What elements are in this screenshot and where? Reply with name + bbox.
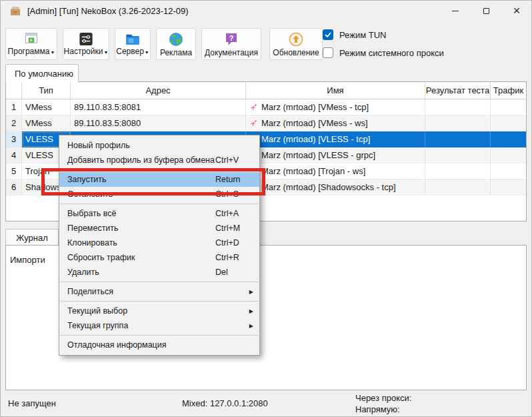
header-traffic[interactable]: Трафик	[491, 82, 526, 99]
header-test-result[interactable]: Результат теста	[425, 82, 491, 99]
mode-checkboxes: Режим TUN Режим системного прокси	[323, 29, 444, 65]
log-text: Импорти	[10, 255, 45, 265]
cell-traffic	[491, 99, 526, 115]
menu-item[interactable]: КлонироватьCtrl+D	[59, 236, 259, 250]
menu-item-label: Переместить	[67, 224, 215, 233]
ads-button-label: Реклама	[160, 49, 192, 57]
menu-item-label: Отладочная информация	[67, 340, 215, 350]
rocket-icon	[249, 103, 258, 111]
rocket-icon	[249, 119, 258, 127]
documentation-button[interactable]: ? Документация	[201, 28, 261, 60]
update-button-label: Обновление	[273, 49, 319, 57]
ads-button[interactable]: Реклама	[156, 28, 196, 60]
status-traffic-labels: Через прокси: Напрямую:	[355, 392, 411, 415]
table-row[interactable]: 1VMess89.110.83.5:8081Marz (mrtoad) [VMe…	[6, 99, 526, 115]
cell-address: 89.110.83.5:8080	[71, 115, 246, 131]
header-corner	[6, 82, 22, 99]
cell-test-result	[425, 147, 491, 163]
system-proxy-checkbox[interactable]: Режим системного прокси	[323, 47, 444, 58]
submenu-arrow-icon: ▶	[249, 289, 253, 295]
menu-item[interactable]: Поделиться▶	[59, 284, 259, 299]
row-number: 3	[6, 131, 22, 147]
cell-test-result	[425, 179, 491, 195]
minimize-button[interactable]	[440, 0, 471, 21]
header-type[interactable]: Тип	[22, 82, 71, 99]
tab-log-label: Журнал	[16, 233, 47, 243]
table-row[interactable]: 2VMess89.110.83.5:8080Marz (mrtoad) [VMe…	[6, 115, 526, 131]
cell-traffic	[491, 115, 526, 131]
submenu-arrow-icon: ▶	[249, 323, 253, 329]
row-number: 4	[6, 147, 22, 163]
server-button-label: Сервер▼	[116, 47, 149, 57]
menu-item[interactable]: Новый профиль	[59, 138, 259, 153]
menu-item[interactable]: ПереместитьCtrl+M	[59, 221, 259, 236]
menu-item[interactable]: Выбрать всёCtrl+A	[59, 206, 259, 221]
system-proxy-label: Режим системного прокси	[339, 48, 444, 58]
row-number: 1	[6, 99, 22, 115]
menu-item-label: Выбрать всё	[67, 209, 215, 218]
row-number: 6	[6, 179, 22, 195]
cell-traffic	[491, 131, 526, 147]
title-bar: [Admin] [Tun] NekoBox (3.26-2023-12-09) …	[0, 0, 532, 21]
menu-item-label: Поделиться	[67, 287, 215, 296]
window-title: [Admin] [Tun] NekoBox (3.26-2023-12-09)	[27, 6, 189, 16]
menu-item-label: Новый профиль	[67, 141, 215, 150]
server-button[interactable]: Сервер▼	[115, 28, 151, 60]
documentation-button-label: Документация	[205, 49, 258, 57]
menu-item[interactable]: Добавить профиль из буфера обменаCtrl+V	[59, 153, 259, 167]
menu-separator	[60, 282, 259, 282]
settings-icon	[77, 31, 95, 47]
tab-log[interactable]: Журнал	[5, 229, 59, 246]
header-address[interactable]: Адрес	[71, 82, 246, 99]
program-icon	[23, 31, 40, 47]
cell-name: Marz (mrtoad) [VMess - ws]	[246, 115, 425, 131]
dropdown-caret-icon: ▼	[103, 50, 108, 55]
checkbox-unchecked-icon	[323, 47, 333, 58]
server-icon	[124, 31, 141, 47]
maximize-icon	[483, 8, 489, 14]
docs-icon: ?	[223, 31, 240, 48]
menu-item[interactable]: Текущий выбор▶	[59, 304, 259, 318]
minimize-icon	[452, 11, 459, 11]
update-icon	[287, 31, 305, 48]
close-icon: ×	[513, 5, 521, 17]
tab-default-group[interactable]: По умолчанию	[5, 64, 79, 82]
cell-name: Marz (mrtoad) [Trojan - ws]	[246, 163, 425, 179]
update-button[interactable]: Обновление	[269, 28, 323, 60]
cell-address: 89.110.83.5:8081	[71, 99, 246, 115]
menu-separator	[60, 301, 259, 302]
program-button-label: Программа▼	[8, 47, 55, 57]
header-name[interactable]: Имя	[246, 82, 425, 99]
toolbar: Программа▼ Настройки▼ Сервер▼	[5, 28, 328, 60]
menu-item-label: Текущий выбор	[67, 306, 215, 316]
menu-item-label: Удалить	[67, 268, 215, 277]
status-mixed-address: Mixed: 127.0.0.1:2080	[182, 398, 268, 408]
cell-test-result	[425, 99, 491, 115]
menu-item-label: Текущая группа	[67, 321, 215, 330]
close-button[interactable]: ×	[501, 0, 532, 21]
cell-traffic	[491, 179, 526, 195]
cell-type: VMess	[22, 115, 71, 131]
globe-icon	[167, 31, 185, 48]
tun-mode-checkbox[interactable]: Режим TUN	[323, 29, 444, 40]
app-icon	[9, 5, 21, 17]
menu-item-shortcut: Ctrl+V	[215, 155, 253, 165]
menu-item[interactable]: Отладочная информация	[59, 338, 259, 352]
menu-item[interactable]: Сбросить трафикCtrl+R	[59, 250, 259, 265]
cell-type: VMess	[22, 99, 71, 115]
maximize-button[interactable]	[471, 0, 501, 21]
tun-mode-label: Режим TUN	[339, 30, 386, 40]
cell-test-result	[425, 115, 491, 131]
menu-item-shortcut: Del	[215, 268, 253, 277]
menu-item[interactable]: УдалитьDel	[59, 265, 259, 280]
settings-button[interactable]: Настройки▼	[63, 28, 109, 60]
tab-default-group-label: По умолчанию	[15, 69, 73, 79]
program-button[interactable]: Программа▼	[5, 28, 57, 60]
status-run-state: Не запущен	[8, 398, 56, 408]
menu-item[interactable]: Текущая группа▶	[59, 318, 259, 333]
menu-item-label: Сбросить трафик	[67, 253, 215, 262]
cell-traffic	[491, 163, 526, 179]
checkbox-checked-icon	[323, 29, 333, 40]
status-via-proxy: Через прокси:	[355, 392, 411, 404]
cell-traffic	[491, 147, 526, 163]
